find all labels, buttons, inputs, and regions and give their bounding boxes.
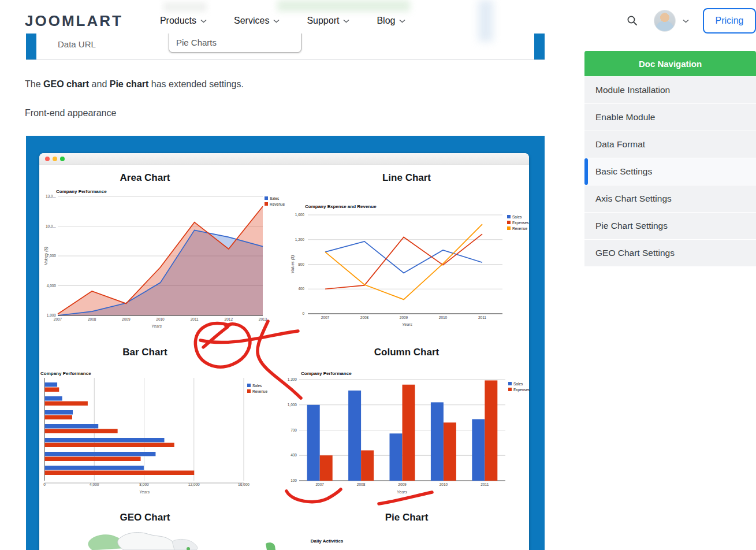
- menu-item-support[interactable]: Support: [307, 16, 349, 26]
- svg-text:4,000: 4,000: [47, 284, 57, 288]
- window-titlebar: [39, 153, 529, 165]
- bar-chart-heading: Bar Chart: [122, 347, 167, 358]
- svg-text:1,600: 1,600: [295, 213, 305, 217]
- svg-text:13,0...: 13,0...: [46, 194, 56, 198]
- main-menu: Products Services Support Blog: [160, 16, 406, 26]
- svg-text:Revenue: Revenue: [270, 202, 285, 206]
- joomlart-logo[interactable]: JOOMLART: [25, 12, 123, 30]
- doc-navigation-title: Doc Navigation: [584, 51, 756, 76]
- svg-text:2008: 2008: [360, 315, 369, 319]
- sidebar-item-module-installation[interactable]: Module Installation: [584, 77, 756, 103]
- pie-chart-heading: Pie Chart: [385, 512, 429, 523]
- svg-text:1,000: 1,000: [47, 313, 57, 317]
- svg-text:Company Performance: Company Performance: [40, 371, 91, 376]
- menu-label: Services: [234, 16, 269, 26]
- svg-text:Years: Years: [151, 324, 162, 328]
- svg-text:2012: 2012: [225, 317, 233, 321]
- screenshot-frame-right: [534, 32, 545, 60]
- svg-text:2010: 2010: [439, 315, 448, 319]
- svg-text:Years: Years: [397, 490, 407, 494]
- doc-navigation: Doc Navigation Module Installation Enabl…: [584, 51, 756, 266]
- frontend-appearance-heading: Front-end appearance: [25, 108, 116, 118]
- svg-text:Values ($): Values ($): [291, 255, 295, 274]
- menu-item-blog[interactable]: Blog: [377, 16, 405, 26]
- svg-text:2007: 2007: [315, 482, 324, 486]
- pie-chart-title: Daily Activities: [311, 538, 344, 544]
- area-chart-heading: Area Chart: [120, 172, 170, 184]
- bar-chart: 04,0008,00012,00016,000Company Performan…: [39, 370, 293, 500]
- menu-label: Blog: [377, 16, 395, 26]
- svg-text:2011: 2011: [478, 315, 486, 319]
- svg-text:800: 800: [298, 262, 304, 266]
- screenshot-frame-left: [26, 32, 36, 60]
- menu-label: Support: [307, 16, 339, 26]
- svg-text:Company Performance: Company Performance: [56, 189, 107, 194]
- svg-text:10,0...: 10,0...: [46, 224, 56, 228]
- svg-text:2009: 2009: [122, 317, 131, 321]
- svg-text:2007: 2007: [54, 317, 62, 321]
- svg-text:400: 400: [298, 287, 304, 291]
- svg-text:2009: 2009: [398, 482, 407, 486]
- svg-text:Values ($): Values ($): [44, 247, 49, 265]
- minimize-icon: [53, 157, 57, 161]
- top-navbar: JOOMLART Products Services Support Blog: [0, 0, 756, 34]
- menu-label: Products: [160, 16, 196, 26]
- svg-text:Company Expense and Revenue: Company Expense and Revenue: [305, 204, 377, 209]
- pricing-button[interactable]: Pricing: [703, 8, 756, 34]
- svg-text:1,000: 1,000: [288, 403, 297, 407]
- active-indicator: [584, 158, 588, 185]
- chevron-down-icon: [273, 19, 280, 23]
- geo-map-partial: [75, 530, 306, 550]
- svg-text:Years: Years: [402, 322, 412, 326]
- svg-text:2007: 2007: [321, 315, 330, 319]
- menu-item-services[interactable]: Services: [234, 16, 280, 26]
- chevron-down-icon: [343, 19, 349, 23]
- svg-text:700: 700: [291, 428, 297, 432]
- svg-text:Sales: Sales: [513, 382, 523, 386]
- chevron-down-icon: [200, 19, 207, 23]
- line-chart: 04008001,2001,60020072008200920102011Com…: [286, 202, 528, 333]
- line-chart-heading: Line Chart: [382, 172, 431, 184]
- maximize-icon: [60, 157, 65, 161]
- svg-text:2008: 2008: [88, 317, 96, 321]
- sidebar-item-axis-chart-settings[interactable]: Axis Chart Settings: [584, 185, 756, 212]
- svg-text:1,300: 1,300: [288, 377, 297, 381]
- area-chart: 1,0004,0007,00010,0...13,0...20072008200…: [46, 185, 284, 330]
- menu-item-products[interactable]: Products: [160, 16, 207, 26]
- svg-text:Sales: Sales: [512, 215, 522, 219]
- sidebar-item-label: Basic Settings: [595, 166, 652, 177]
- sidebar-item-data-format[interactable]: Data Format: [584, 131, 756, 158]
- svg-text:Years: Years: [139, 490, 150, 494]
- intro-paragraph: The GEO chart and Pie chart has extended…: [25, 79, 244, 90]
- settings-screenshot-partial: Data URL Pie Charts: [26, 32, 545, 60]
- svg-text:2013: 2013: [259, 317, 267, 321]
- svg-text:0: 0: [302, 311, 304, 315]
- svg-text:2011: 2011: [481, 482, 489, 486]
- sidebar-item-geo-chart-settings[interactable]: GEO Chart Settings: [584, 240, 756, 266]
- chevron-down-icon: [399, 19, 405, 23]
- svg-text:7,000: 7,000: [47, 254, 57, 258]
- svg-text:Sales: Sales: [252, 384, 262, 388]
- svg-text:2009: 2009: [400, 315, 408, 319]
- user-avatar[interactable]: [654, 10, 676, 32]
- data-url-field: Pie Charts: [169, 32, 301, 53]
- chevron-down-icon[interactable]: [683, 19, 689, 23]
- svg-text:Expenses: Expenses: [512, 221, 529, 225]
- column-chart-heading: Column Chart: [374, 347, 439, 358]
- sidebar-item-basic-settings[interactable]: Basic Settings: [584, 158, 756, 185]
- geo-chart-heading: GEO Chart: [120, 512, 170, 523]
- search-icon[interactable]: [627, 15, 638, 27]
- page: { "nav": { "logo": "JOOMLART", "menu": […: [0, 0, 756, 550]
- sidebar-item-enable-module[interactable]: Enable Module: [584, 104, 756, 131]
- svg-text:2010: 2010: [156, 317, 165, 321]
- frontend-charts-screenshot: Area Chart Line Chart Bar Chart Column C…: [26, 136, 545, 550]
- close-icon: [45, 157, 50, 161]
- svg-text:Revenue: Revenue: [252, 389, 267, 393]
- column-chart: 1004007001,0001,30020072008200920102011C…: [286, 370, 528, 500]
- svg-text:Revenue: Revenue: [512, 226, 527, 231]
- data-url-label: Data URL: [58, 39, 96, 49]
- svg-text:Sales: Sales: [270, 196, 280, 200]
- sidebar-item-pie-chart-settings[interactable]: Pie Chart Settings: [584, 213, 756, 239]
- svg-text:400: 400: [291, 453, 297, 457]
- svg-text:100: 100: [291, 478, 297, 482]
